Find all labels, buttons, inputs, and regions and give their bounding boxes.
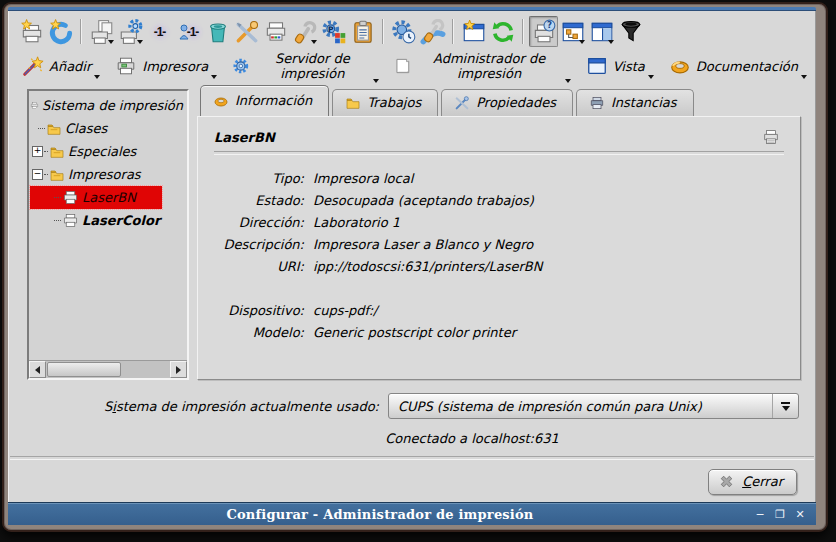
print-system-row: Sistema de impresión actualmente usado: … bbox=[9, 393, 799, 419]
trash-icon bbox=[205, 19, 231, 45]
tree-item-laserbn-selected[interactable]: LaserBN bbox=[30, 186, 162, 209]
combo-dropdown-arrow-icon[interactable] bbox=[772, 394, 798, 418]
printer-help-toggle-button[interactable]: ? bbox=[529, 16, 558, 47]
tree-root-label: Sistema de impresión bbox=[39, 98, 186, 113]
info-row-uri: URI: ipp://todoscsi:631/printers/LaserBN bbox=[212, 255, 786, 277]
scrollbar-track[interactable] bbox=[46, 361, 170, 378]
window-title: Configurar - Administrador de impresión bbox=[8, 507, 752, 522]
add-printer-wizard-button[interactable] bbox=[17, 16, 46, 47]
maximize-button[interactable]: ❐ bbox=[772, 506, 788, 522]
window-titlebar[interactable]: Configurar - Administrador de impresión … bbox=[8, 502, 816, 525]
tab-area: Información Trabajos Propiedades Instanc… bbox=[197, 89, 801, 380]
printer-icon bbox=[62, 212, 79, 229]
field-label: Modelo: bbox=[212, 325, 304, 340]
tab-instancias[interactable]: Instancias bbox=[576, 89, 694, 116]
tab-label: Información bbox=[235, 93, 312, 108]
tree-item-label: Especiales bbox=[65, 144, 139, 159]
printer-menu-button[interactable]: Impresora bbox=[114, 54, 217, 80]
svg-text:P: P bbox=[327, 24, 333, 33]
minimize-button[interactable]: − bbox=[752, 506, 768, 522]
tools-icon bbox=[454, 95, 470, 111]
enable-printer-button[interactable]: -1- bbox=[145, 16, 174, 47]
tree-connector bbox=[54, 197, 61, 198]
printer-icon bbox=[62, 189, 79, 206]
scroll-right-button[interactable] bbox=[170, 361, 187, 378]
dropdown-arrow bbox=[579, 40, 585, 44]
column-view-button[interactable] bbox=[587, 16, 616, 47]
add-menu-button[interactable]: Añadir bbox=[21, 54, 100, 80]
new-wizard-button[interactable] bbox=[459, 16, 488, 47]
tab-trabajos[interactable]: Trabajos bbox=[332, 89, 438, 116]
tree-connector bbox=[38, 128, 45, 129]
close-window-button[interactable]: ✕ bbox=[792, 506, 808, 522]
info-row-modelo: Modelo: Generic postscript color printer bbox=[212, 321, 786, 343]
main-toolbar: -1- -1- P bbox=[9, 11, 815, 49]
tab-informacion[interactable]: Información bbox=[200, 85, 329, 116]
info-row-tipo: Tipo: Impresora local bbox=[212, 167, 786, 189]
tree-connector bbox=[54, 220, 61, 221]
gear-icon bbox=[232, 55, 250, 77]
close-x-icon bbox=[718, 473, 735, 490]
close-button[interactable]: Cerrar bbox=[708, 469, 797, 495]
view-menu-button[interactable]: Vista bbox=[585, 54, 654, 80]
wand-icon bbox=[22, 55, 44, 77]
filter-funnel-icon bbox=[618, 19, 644, 45]
printer-tools-button[interactable] bbox=[290, 16, 319, 47]
action-toolbar: Añadir Impresora Servidor de impresión A… bbox=[9, 49, 815, 88]
tree-root-print-system[interactable]: Sistema de impresión bbox=[30, 94, 186, 117]
field-label: Dirección: bbox=[212, 215, 304, 230]
refresh-icon bbox=[490, 19, 516, 45]
disable-printer-button[interactable]: -1- bbox=[174, 16, 203, 47]
tree-view-button[interactable] bbox=[558, 16, 587, 47]
scrollbar-thumb[interactable] bbox=[47, 362, 121, 377]
button-row: Cerrar bbox=[9, 460, 815, 502]
dropdown-arrow bbox=[373, 79, 379, 83]
refresh-button[interactable] bbox=[488, 16, 517, 47]
tree-item-impresoras[interactable]: − Impresoras bbox=[30, 163, 186, 186]
filter-button[interactable] bbox=[616, 16, 645, 47]
folder-icon bbox=[49, 144, 65, 160]
configure-printer-button[interactable] bbox=[232, 16, 261, 47]
toolbar-separator bbox=[382, 19, 384, 44]
expand-plus-icon[interactable]: + bbox=[32, 146, 43, 157]
tab-label: Trabajos bbox=[367, 95, 421, 110]
print-files-button[interactable] bbox=[87, 16, 116, 47]
dropdown-arrow bbox=[648, 75, 654, 79]
dropdown-arrow bbox=[608, 40, 614, 44]
scroll-left-button[interactable] bbox=[29, 361, 46, 378]
print-manager-menu-button[interactable]: Administrador de impresión bbox=[393, 50, 571, 84]
field-label: Estado: bbox=[212, 193, 304, 208]
restart-server-button[interactable] bbox=[389, 16, 418, 47]
print-server-menu-button[interactable]: Servidor de impresión bbox=[231, 50, 379, 84]
remove-printer-button[interactable] bbox=[203, 16, 232, 47]
export-windows-driver-button[interactable]: P bbox=[319, 16, 348, 47]
print-system-select[interactable]: CUPS (sistema de impresión común para Un… bbox=[388, 393, 799, 419]
print-system-label: Sistema de impresión actualmente usado: bbox=[104, 399, 379, 414]
field-label: Dispositivo: bbox=[212, 303, 304, 318]
info-row-direccion: Dirección: Laboratorio 1 bbox=[212, 211, 786, 233]
report-button[interactable] bbox=[348, 16, 377, 47]
view-menu-label: Vista bbox=[613, 59, 645, 74]
printer-icon bbox=[762, 128, 780, 146]
folder-icon bbox=[46, 121, 62, 137]
tools-icon bbox=[234, 19, 260, 45]
window-icon bbox=[586, 55, 608, 77]
printer-state-button[interactable] bbox=[116, 16, 145, 47]
tab-bar: Información Trabajos Propiedades Instanc… bbox=[197, 89, 801, 116]
info-row-descripcion: Descripción: Impresora Laser a Blanco y … bbox=[212, 233, 786, 255]
tree-item-especiales[interactable]: + Especiales bbox=[30, 140, 186, 163]
add-printer-wizard-icon bbox=[19, 19, 45, 45]
tree-item-clases[interactable]: Clases bbox=[30, 117, 186, 140]
arrow-left-icon bbox=[35, 366, 40, 374]
collapse-minus-icon[interactable]: − bbox=[32, 169, 43, 180]
documentation-menu-button[interactable]: Documentación bbox=[668, 54, 807, 80]
tree-horizontal-scrollbar[interactable] bbox=[29, 360, 187, 378]
tab-propiedades[interactable]: Propiedades bbox=[441, 89, 573, 116]
add-special-wizard-button[interactable] bbox=[46, 16, 75, 47]
document-icon bbox=[394, 55, 412, 77]
toolbar-separator bbox=[452, 19, 454, 44]
tree-item-lasercolor[interactable]: LaserColor bbox=[30, 209, 186, 232]
test-printer-button[interactable] bbox=[261, 16, 290, 47]
configure-server-button[interactable] bbox=[418, 16, 447, 47]
field-value: Impresora Laser a Blanco y Negro bbox=[313, 237, 533, 252]
